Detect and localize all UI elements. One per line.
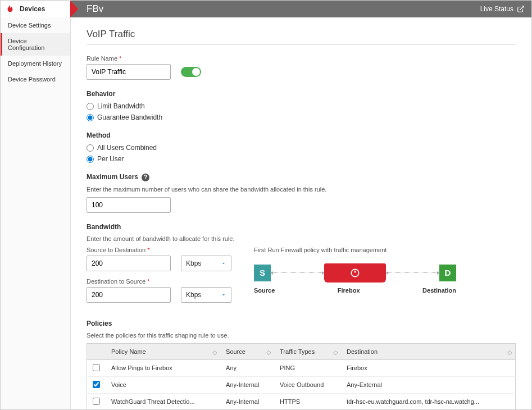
flame-icon [5, 4, 15, 14]
live-status-label: Live Status [480, 5, 513, 13]
row-checkbox[interactable] [93, 398, 100, 405]
cell-source: Any [220, 359, 274, 376]
firebox-box [324, 263, 386, 283]
radio-limit-label: Limit Bandwidth [97, 102, 145, 110]
col-checkbox [87, 343, 106, 359]
sidebar-item-device-configuration[interactable]: Device Configuration [1, 33, 70, 56]
radio-guarantee-bandwidth[interactable]: Guarantee Bandwidth [87, 113, 516, 121]
help-icon[interactable]: ? [142, 174, 149, 181]
cell-name: Allow Pings to Firebox [106, 359, 220, 376]
s2d-input[interactable] [87, 256, 171, 271]
radio-all-users[interactable]: All Users Combined [87, 144, 516, 152]
behavior-heading: Behavior [87, 90, 516, 98]
row-checkbox[interactable] [93, 364, 100, 371]
sidebar-item-deployment-history[interactable]: Deployment History [1, 56, 70, 71]
bandwidth-desc: Enter the amount of bandwidth to allocat… [87, 235, 516, 242]
table-row[interactable]: Allow Pings to FireboxAnyPINGFirebox [87, 359, 516, 376]
bandwidth-heading: Bandwidth [87, 223, 516, 231]
sidebar-item-device-password[interactable]: Device Password [1, 71, 70, 87]
cell-dest: Firebox [341, 359, 515, 376]
external-link-icon [517, 5, 525, 13]
table-row[interactable]: VoiceAny-InternalVoice OutboundAny-Exter… [87, 376, 516, 393]
radio-all-users-label: All Users Combined [97, 144, 157, 152]
cell-types: PING [274, 359, 341, 376]
radio-per-user[interactable]: Per User [87, 155, 516, 163]
diagram-firebox-label: Firebox [318, 287, 380, 294]
row-checkbox[interactable] [93, 381, 100, 388]
sort-icon: ◇ [212, 349, 217, 356]
max-users-label: Maximum Users [87, 173, 138, 181]
svg-line-0 [520, 6, 524, 10]
s2d-unit-select[interactable]: Kbps [181, 256, 231, 271]
header-title: FBv [87, 3, 103, 15]
rule-name-input[interactable] [87, 64, 171, 80]
diagram-destination-label: Destination [422, 287, 456, 294]
max-users-input[interactable] [87, 197, 171, 213]
s2d-label: Source to Destination [87, 247, 231, 253]
cell-types: Voice Outbound [274, 376, 341, 393]
chevron-down-icon [221, 261, 226, 266]
logo-area: Devices [1, 1, 71, 17]
page-title: VoIP Traffic [87, 29, 516, 45]
max-users-heading: Maximum Users? [87, 173, 516, 181]
sidebar: Device Settings Device Configuration Dep… [1, 17, 71, 409]
sort-icon: ◇ [266, 349, 271, 356]
cell-types: HTTPS [274, 393, 341, 409]
radio-limit-bandwidth[interactable]: Limit Bandwidth [87, 102, 516, 110]
cell-source: Any-Internal [220, 393, 274, 409]
chevron-down-icon [221, 292, 226, 298]
cell-source: Any-Internal [220, 376, 274, 393]
policies-table: Policy Name◇ Source◇ Traffic Types◇ Dest… [87, 343, 516, 410]
main-content: VoIP Traffic Rule Name Behavior Limit Ba… [71, 17, 531, 409]
diagram-source-label: Source [254, 287, 275, 294]
rule-name-label: Rule Name [87, 55, 516, 62]
sidebar-item-device-settings[interactable]: Device Settings [1, 17, 70, 33]
d2s-label: Destination to Source [87, 278, 231, 285]
cell-dest: Any-External [341, 376, 515, 393]
sort-icon: ◇ [507, 349, 512, 356]
arrow-right [386, 272, 439, 273]
col-source[interactable]: Source◇ [220, 343, 274, 359]
col-destination[interactable]: Destination◇ [341, 343, 515, 359]
table-row[interactable]: WatchGuard Threat Detectio...Any-Interna… [87, 393, 516, 409]
method-heading: Method [87, 131, 516, 139]
policies-heading: Policies [87, 320, 516, 327]
radio-guarantee-label: Guarantee Bandwidth [97, 113, 162, 121]
logo-text: Devices [20, 5, 45, 13]
d2s-input[interactable] [87, 287, 171, 303]
cell-name: WatchGuard Threat Detectio... [106, 393, 220, 409]
cell-name: Voice [106, 376, 220, 393]
top-header: Devices FBv Live Status [1, 1, 531, 17]
max-users-desc: Enter the maximum number of users who ca… [87, 186, 516, 193]
live-status-link[interactable]: Live Status [480, 5, 525, 13]
s2d-unit-label: Kbps [186, 259, 201, 267]
cell-dest: tdr-hsc-eu.watchguard.com, tdr-hsc-na.wa… [341, 393, 515, 409]
arrow-left [271, 272, 324, 273]
radio-per-user-label: Per User [97, 155, 124, 163]
source-box: S [254, 265, 271, 281]
diagram: First Run Firewall policy with traffic m… [254, 247, 516, 294]
d2s-unit-label: Kbps [186, 291, 201, 299]
enable-toggle[interactable] [181, 67, 201, 77]
sort-icon: ◇ [333, 349, 338, 356]
destination-box: D [439, 265, 456, 281]
col-traffic-types[interactable]: Traffic Types◇ [274, 343, 341, 359]
col-policy-name[interactable]: Policy Name◇ [106, 343, 220, 359]
d2s-unit-select[interactable]: Kbps [181, 287, 231, 303]
policies-desc: Select the policies for this traffic sha… [87, 332, 516, 339]
diagram-title: First Run Firewall policy with traffic m… [254, 247, 516, 253]
firebox-logo-icon [349, 267, 361, 279]
